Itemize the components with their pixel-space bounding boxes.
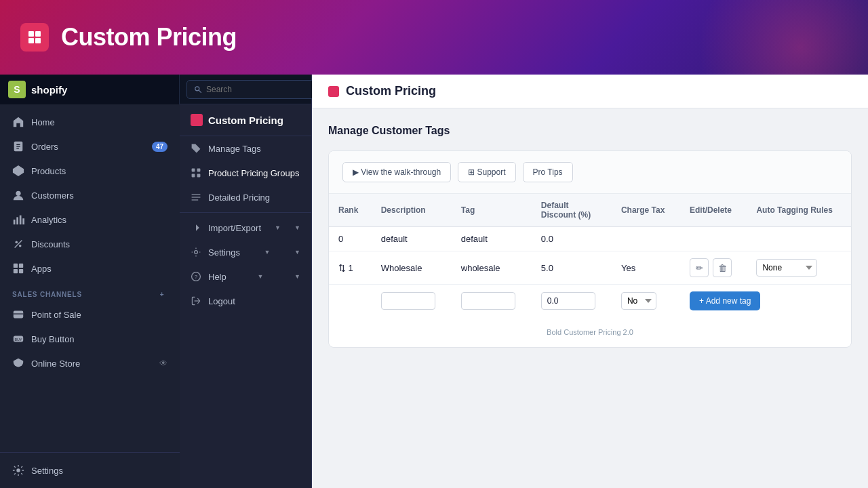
sidebar-item-discounts-label: Discounts: [31, 239, 70, 249]
walkthrough-button[interactable]: ▶ View the walk-through: [342, 162, 451, 182]
sidebar-item-buy-button[interactable]: BUY Buy Button: [0, 327, 180, 351]
import-export-icon: [191, 222, 201, 233]
main-card: ▶ View the walk-through ⊞ Support Pro Ti…: [328, 150, 852, 348]
orders-badge: 47: [152, 142, 167, 152]
cell-new-edit[interactable]: + Add new tag: [680, 285, 851, 318]
search-icon: [194, 85, 202, 94]
svg-point-25: [16, 468, 20, 472]
sub-nav-help[interactable]: ? Help ▼: [180, 264, 311, 289]
sub-nav-divider: [180, 212, 311, 213]
svg-rect-2: [28, 38, 34, 43]
new-description-input[interactable]: [381, 292, 435, 310]
orders-icon: [12, 140, 24, 152]
cell-new-desc[interactable]: [372, 285, 452, 318]
col-description: Description: [372, 194, 452, 227]
svg-rect-21: [14, 311, 23, 319]
svg-rect-0: [28, 31, 34, 37]
col-edit-delete: Edit/Delete: [680, 194, 747, 227]
footer-text: Bold Customer Pricing 2.0: [329, 317, 851, 347]
new-tag-input[interactable]: [461, 292, 515, 310]
sub-nav-manage-tags[interactable]: Manage Tags: [180, 136, 311, 161]
search-input[interactable]: [206, 85, 308, 94]
svg-marker-8: [13, 165, 24, 176]
auto-tagging-select[interactable]: None Rule 1: [756, 259, 817, 277]
cell-desc-1: Wholesale: [372, 251, 452, 285]
sub-nav-manage-tags-label: Manage Tags: [208, 144, 261, 154]
svg-text:BUY: BUY: [14, 338, 22, 342]
support-button[interactable]: ⊞ Support: [458, 162, 515, 182]
cell-new-rank: [329, 285, 372, 318]
sub-nav-logout-label: Logout: [208, 296, 235, 306]
cell-edit-0: [680, 227, 747, 251]
svg-rect-13: [22, 218, 24, 224]
svg-rect-18: [19, 264, 23, 268]
cell-auto-0: [747, 227, 851, 251]
apps-icon: [12, 262, 24, 274]
sub-nav-detailed-pricing-label: Detailed Pricing: [208, 192, 270, 203]
col-auto-tagging: Auto Tagging Rules: [747, 194, 851, 227]
sub-nav-settings[interactable]: Settings ▼: [180, 240, 311, 264]
eye-icon: 👁: [159, 359, 167, 368]
sidebar-item-customers[interactable]: Customers: [0, 183, 180, 207]
sidebar-item-products[interactable]: Products: [0, 159, 180, 183]
cell-new-tag[interactable]: [452, 285, 532, 318]
sidebar-item-orders[interactable]: Orders 47: [0, 134, 180, 159]
settings-arrow: ▼: [264, 249, 271, 256]
svg-text:?: ?: [195, 274, 198, 280]
main-header: Custom Pricing: [312, 75, 868, 108]
cell-new-discount[interactable]: [532, 285, 612, 318]
help-arrow: ▼: [257, 273, 263, 280]
search-bar[interactable]: [186, 80, 315, 99]
sub-nav-logout[interactable]: Logout: [180, 289, 311, 313]
sidebar-item-point-of-sale[interactable]: Point of Sale: [0, 302, 180, 327]
sub-sidebar: Custom Pricing Manage Tags Product Prici…: [180, 75, 312, 488]
sub-sidebar-search-row: [180, 75, 311, 104]
cell-new-tax[interactable]: No Yes: [612, 285, 680, 318]
cell-rank-0: 0: [329, 227, 372, 251]
sidebar-item-settings[interactable]: Settings: [0, 458, 180, 483]
svg-rect-32: [197, 174, 201, 178]
sub-nav-import-export[interactable]: Import/Export ▼: [180, 216, 311, 240]
sub-nav-product-pricing-label: Product Pricing Groups: [208, 168, 299, 178]
add-sales-channel-button[interactable]: +: [157, 289, 167, 300]
svg-rect-20: [19, 269, 23, 273]
svg-rect-17: [14, 264, 18, 268]
sidebar-item-pos-label: Point of Sale: [31, 310, 81, 320]
sidebar-item-buy-label: Buy Button: [31, 334, 75, 344]
sidebar-item-apps[interactable]: Apps: [0, 256, 180, 281]
home-icon: [12, 116, 24, 128]
new-charge-tax-select[interactable]: No Yes: [621, 292, 656, 310]
svg-rect-3: [35, 38, 41, 43]
pos-icon: [12, 308, 24, 321]
col-charge-tax: Charge Tax: [612, 194, 680, 227]
sidebar-item-home[interactable]: Home: [0, 110, 180, 134]
sidebar-nav: Home Orders 47 Products Customers Analyt…: [0, 104, 180, 452]
delete-row-button[interactable]: 🗑: [713, 258, 732, 277]
sales-channels-section: SALES CHANNELS +: [0, 281, 180, 302]
sub-sidebar-title-row: Custom Pricing: [180, 104, 311, 136]
add-new-tag-button[interactable]: + Add new tag: [690, 291, 760, 310]
svg-line-27: [199, 90, 201, 93]
banner-logo-icon: [26, 29, 43, 45]
page-title: Manage Customer Tags: [328, 125, 852, 137]
edit-row-button[interactable]: ✏: [690, 258, 709, 277]
help-icon: ?: [191, 271, 201, 282]
sidebar-item-orders-label: Orders: [31, 142, 58, 152]
customers-icon: [12, 189, 24, 201]
sub-nav-detailed-pricing[interactable]: Detailed Pricing: [180, 185, 311, 209]
left-sidebar: S shopify Home Orders 47 Products Custom…: [0, 75, 180, 488]
new-discount-input[interactable]: [541, 292, 595, 310]
sidebar-item-home-label: Home: [31, 117, 55, 127]
main-content: Custom Pricing Manage Customer Tags ▶ Vi…: [312, 75, 868, 488]
sub-nav-product-pricing[interactable]: Product Pricing Groups: [180, 161, 311, 185]
cell-tax-1: Yes: [612, 251, 680, 285]
sidebar-item-online-store[interactable]: Online Store 👁: [0, 351, 180, 375]
cell-auto-1: None Rule 1: [747, 251, 851, 285]
products-icon: [12, 165, 24, 177]
pro-tips-button[interactable]: Pro Tips: [523, 162, 573, 182]
sidebar-item-discounts[interactable]: Discounts: [0, 232, 180, 256]
sidebar-item-analytics[interactable]: Analytics: [0, 207, 180, 232]
sidebar-header: S shopify: [0, 75, 180, 104]
cell-discount-0: 0.0: [532, 227, 612, 251]
main-header-title: Custom Pricing: [346, 84, 436, 98]
